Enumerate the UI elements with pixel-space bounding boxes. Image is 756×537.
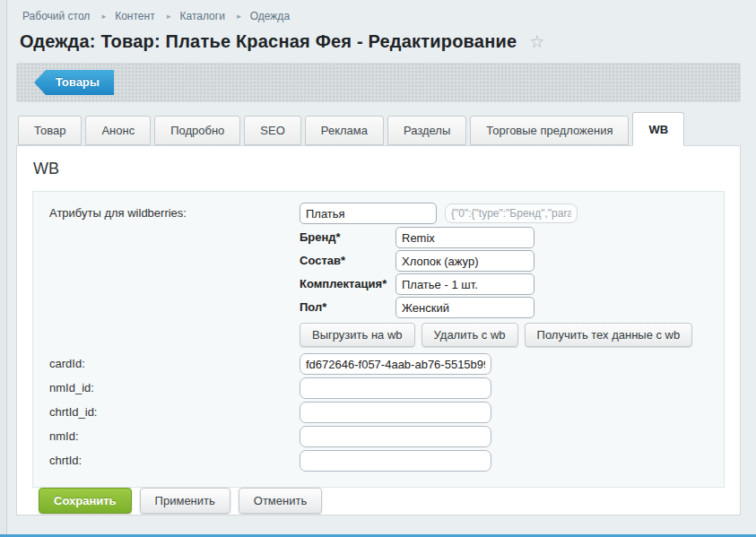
wb-attributes-form: Атрибуты для wildberries: Бренд* Состав* bbox=[32, 191, 725, 488]
breadcrumb-item[interactable]: Рабочий стол bbox=[22, 10, 90, 22]
cancel-button[interactable]: Отменить bbox=[239, 488, 322, 514]
id-field-label: cardId: bbox=[33, 353, 300, 375]
id-field-input[interactable] bbox=[300, 450, 491, 472]
attributes-json-input[interactable] bbox=[445, 204, 578, 223]
save-button[interactable]: Сохранить bbox=[39, 488, 132, 514]
apply-button[interactable]: Применить bbox=[140, 488, 230, 514]
id-field-label: nmId_id: bbox=[33, 377, 300, 399]
field-input[interactable] bbox=[395, 250, 534, 272]
title-row: Одежда: Товар: Платье Красная Фея - Реда… bbox=[20, 31, 741, 52]
id-field-row: nmId_id: bbox=[33, 377, 724, 399]
field-row: Бренд* bbox=[300, 227, 724, 248]
back-to-list-button[interactable]: Товары bbox=[34, 70, 114, 95]
wb-action-button[interactable]: Выгрузить на wb bbox=[300, 323, 415, 347]
tab-bar: Товар Анонс Подробно SEO Реклама Разделы… bbox=[16, 112, 741, 146]
tab[interactable]: Реклама bbox=[305, 116, 384, 145]
id-field-label: nmId: bbox=[33, 426, 300, 447]
admin-page: Рабочий стол Контент Каталоги Одежда Оде… bbox=[16, 0, 741, 515]
attributes-label: Атрибуты для wildberries: bbox=[33, 203, 300, 224]
field-label: Состав* bbox=[300, 250, 395, 272]
wb-actions: Выгрузить на wb Удалить с wb Получить те… bbox=[300, 323, 724, 347]
breadcrumb-item[interactable]: Одежда bbox=[228, 10, 290, 22]
id-field-input[interactable] bbox=[300, 426, 491, 447]
field-label: Бренд* bbox=[300, 227, 395, 248]
field-input[interactable] bbox=[395, 227, 534, 248]
field-row: Состав* bbox=[300, 250, 724, 272]
page-title: Одежда: Товар: Платье Красная Фея - Реда… bbox=[20, 31, 517, 52]
id-field-input[interactable] bbox=[300, 402, 491, 423]
tab[interactable]: Анонс bbox=[85, 116, 151, 145]
id-field-row: chrtId: bbox=[33, 450, 724, 472]
id-field-row: cardId: bbox=[33, 353, 724, 375]
required-fields: Бренд* Состав* Комплектация* Пол bbox=[33, 227, 724, 318]
breadcrumb-item[interactable]: Контент bbox=[93, 10, 155, 22]
attributes-inputs bbox=[300, 203, 578, 224]
section-heading: WB bbox=[17, 146, 740, 189]
id-field-row: chrtId_id: bbox=[33, 402, 724, 423]
breadcrumb: Рабочий стол Контент Каталоги Одежда bbox=[16, 0, 741, 22]
id-field-row: nmId: bbox=[33, 426, 724, 447]
id-field-label: chrtId: bbox=[33, 450, 300, 472]
attributes-row: Атрибуты для wildberries: bbox=[33, 203, 724, 224]
field-row: Комплектация* bbox=[300, 273, 724, 295]
category-input[interactable] bbox=[300, 203, 437, 224]
field-input[interactable] bbox=[395, 297, 534, 318]
id-field-label: chrtId_id: bbox=[33, 402, 300, 423]
id-field-input[interactable] bbox=[300, 353, 491, 375]
form-footer: Сохранить Применить Отменить bbox=[17, 488, 740, 515]
id-field-input[interactable] bbox=[300, 377, 491, 399]
tab[interactable]: Торговые предложения bbox=[470, 116, 629, 145]
tab[interactable]: WB bbox=[632, 112, 684, 146]
field-label: Комплектация* bbox=[300, 273, 395, 295]
breadcrumb-item[interactable]: Каталоги bbox=[158, 10, 225, 22]
context-toolbar: Товары bbox=[16, 63, 741, 102]
tab[interactable]: Разделы bbox=[387, 116, 466, 145]
field-row: Пол* bbox=[300, 297, 724, 318]
edit-form-panel: WB Атрибуты для wildberries: Бренд* bbox=[16, 145, 741, 515]
collapsed-sidebar-strip[interactable] bbox=[0, 0, 7, 537]
field-input[interactable] bbox=[395, 273, 534, 295]
wb-action-button[interactable]: Получить тех данные с wb bbox=[525, 323, 693, 347]
wb-action-button[interactable]: Удалить с wb bbox=[421, 323, 518, 347]
field-label: Пол* bbox=[300, 297, 395, 318]
id-fields: cardId: nmId_id: chrtId_id: nmId bbox=[33, 353, 724, 472]
tab[interactable]: Товар bbox=[18, 116, 82, 145]
tab[interactable]: Подробно bbox=[154, 116, 240, 145]
tab[interactable]: SEO bbox=[244, 116, 300, 145]
favorite-star-icon[interactable]: ☆ bbox=[529, 31, 544, 52]
